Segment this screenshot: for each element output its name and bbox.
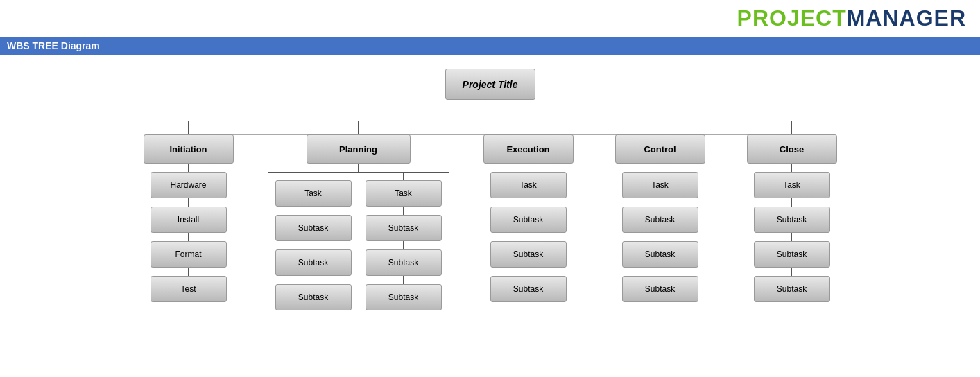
node-planning[interactable]: Planning <box>307 134 411 164</box>
node-close-subtask2[interactable]: Subtask <box>754 241 830 268</box>
node-planning-task1[interactable]: Task <box>275 180 352 207</box>
node-install[interactable]: Install <box>151 207 227 233</box>
node-control-task[interactable]: Task <box>622 172 698 198</box>
diagram-area: Project Title Initiation Hardware Instal… <box>0 55 980 324</box>
node-planning-subtask2-2[interactable]: Subtask <box>366 249 442 276</box>
node-control-subtask3[interactable]: Subtask <box>622 276 698 302</box>
logo-manager: MANAGER <box>847 6 966 30</box>
node-initiation[interactable]: Initiation <box>144 134 234 164</box>
root-row: Project Title <box>14 69 966 100</box>
branch-close: Close Task Subtask Subtask Subtask <box>747 121 837 302</box>
title-bar: WBS TREE Diagram <box>0 37 980 55</box>
header: PROJECTMANAGER <box>0 0 980 37</box>
planning-task-col-2: Task Subtask Subtask Subtask <box>366 172 442 310</box>
node-format[interactable]: Format <box>151 241 227 268</box>
branches-row: Initiation Hardware Install Format Test … <box>14 121 966 310</box>
node-test[interactable]: Test <box>151 276 227 302</box>
root-connector <box>14 100 966 121</box>
branch-initiation: Initiation Hardware Install Format Test <box>144 121 234 302</box>
title-bar-label: WBS TREE Diagram <box>7 40 100 51</box>
node-control-subtask1[interactable]: Subtask <box>622 207 698 233</box>
node-close[interactable]: Close <box>747 134 837 164</box>
node-execution[interactable]: Execution <box>483 134 574 164</box>
logo: PROJECTMANAGER <box>737 6 966 31</box>
node-close-subtask1[interactable]: Subtask <box>754 207 830 233</box>
node-execution-subtask3[interactable]: Subtask <box>490 276 567 302</box>
node-planning-subtask1-3[interactable]: Subtask <box>275 284 352 310</box>
planning-task-col-1: Task Subtask Subtask Subtask <box>275 172 352 310</box>
node-execution-subtask2[interactable]: Subtask <box>490 241 567 268</box>
v-line-initiation <box>188 121 189 134</box>
root-node[interactable]: Project Title <box>445 69 535 100</box>
node-execution-subtask1[interactable]: Subtask <box>490 207 567 233</box>
node-execution-task[interactable]: Task <box>490 172 567 198</box>
node-control-subtask2[interactable]: Subtask <box>622 241 698 268</box>
node-control[interactable]: Control <box>615 134 705 164</box>
node-planning-subtask1-1[interactable]: Subtask <box>275 215 352 241</box>
branch-planning: Planning Task Subtask <box>275 121 442 310</box>
node-hardware[interactable]: Hardware <box>151 172 227 198</box>
branch-control: Control Task Subtask Subtask Subtask <box>615 121 705 302</box>
branch-execution: Execution Task Subtask Subtask Subtask <box>483 121 574 302</box>
node-planning-task2[interactable]: Task <box>366 180 442 207</box>
logo-project: PROJECT <box>737 6 847 30</box>
node-planning-subtask1-2[interactable]: Subtask <box>275 249 352 276</box>
node-planning-subtask2-1[interactable]: Subtask <box>366 215 442 241</box>
node-planning-subtask2-3[interactable]: Subtask <box>366 284 442 310</box>
node-close-task[interactable]: Task <box>754 172 830 198</box>
node-close-subtask3[interactable]: Subtask <box>754 276 830 302</box>
